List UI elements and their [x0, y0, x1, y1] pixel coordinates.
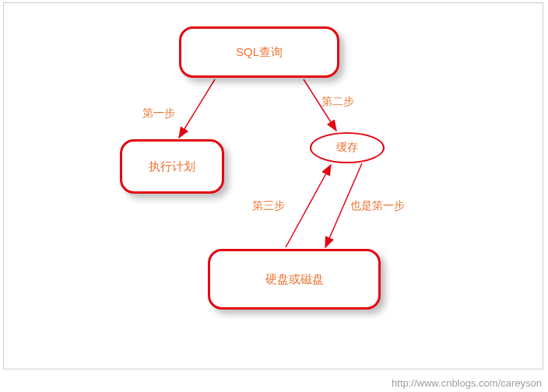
edge-label-step3: 第三步 — [252, 199, 285, 213]
node-sql-query: SQL查询 — [179, 26, 339, 78]
edge-disk-to-cache — [286, 165, 331, 247]
node-cache: 缓存 — [310, 132, 385, 163]
edge-label-step2: 第二步 — [321, 95, 354, 109]
node-label: 硬盘或磁盘 — [265, 272, 324, 287]
node-label: 缓存 — [336, 141, 358, 155]
node-label: 执行计划 — [149, 159, 195, 174]
node-label: SQL查询 — [236, 45, 283, 60]
diagram-frame: SQL查询 执行计划 缓存 硬盘或磁盘 第一步 第二步 第三步 也是第一步 — [3, 2, 543, 369]
edge-label-step1: 第一步 — [142, 107, 175, 121]
node-disk: 硬盘或磁盘 — [208, 249, 381, 310]
node-exec-plan: 执行计划 — [120, 139, 224, 194]
edge-sql-to-plan — [179, 79, 215, 138]
watermark-url: http://www.cnblogs.com/careyson — [392, 377, 542, 389]
edge-label-also-step1: 也是第一步 — [350, 199, 405, 213]
